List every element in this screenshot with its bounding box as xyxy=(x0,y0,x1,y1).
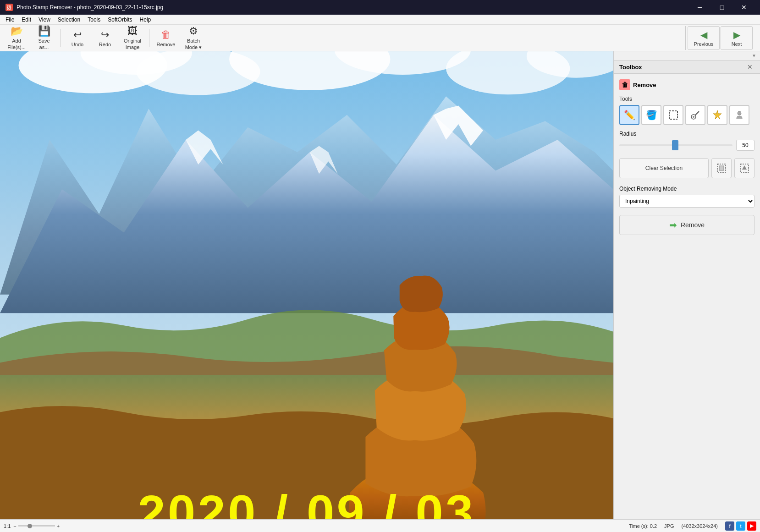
app-icon: 🖼 xyxy=(6,4,13,11)
minimize-button[interactable]: ─ xyxy=(689,0,710,15)
save-selection-icon xyxy=(716,163,727,173)
window-controls: ─ □ ✕ xyxy=(689,0,754,15)
nav-divider xyxy=(685,26,686,50)
save-as-button[interactable]: 💾 Saveas... xyxy=(31,26,57,50)
svg-point-21 xyxy=(738,111,741,115)
toolbar-separator-2 xyxy=(149,29,149,47)
toolbar: 📂 AddFile(s)... 💾 Saveas... ↩ Undo ↪ Red… xyxy=(0,25,760,51)
toolbox-title: Toolbox xyxy=(619,64,642,71)
radius-row: 50 xyxy=(619,140,754,151)
next-icon: ▶ xyxy=(733,29,740,40)
toolbox-nav-area: ▼ xyxy=(614,51,760,60)
zoom-plus-icon: + xyxy=(57,523,60,529)
toolbar-separator-1 xyxy=(61,29,61,47)
radius-slider[interactable] xyxy=(619,144,732,146)
time-label: Time (s): 0.2 xyxy=(629,523,657,529)
main-content: 2020 / 09 / 03 ▼ Toolbox ✕ 🗑 Remove Tool… xyxy=(0,51,760,519)
twitter-icon[interactable]: t xyxy=(736,521,745,531)
auto-icon xyxy=(712,110,723,121)
menu-view[interactable]: View xyxy=(35,16,54,24)
remove-action-button[interactable]: ➡ Remove xyxy=(619,215,754,235)
undo-button[interactable]: ↩ Undo xyxy=(65,26,90,50)
image-canvas: 2020 / 09 / 03 xyxy=(0,51,613,519)
previous-label: Previous xyxy=(694,41,714,47)
remove-action-label: Remove xyxy=(681,221,705,229)
redo-icon: ↪ xyxy=(101,29,109,41)
toolbox-header: Toolbox ✕ xyxy=(614,60,760,74)
tools-label: Tools xyxy=(619,96,754,102)
remove-toolbar-icon: 🗑 xyxy=(161,29,171,41)
batch-mode-button[interactable]: ⚙ BatchMode ▾ xyxy=(181,26,206,50)
menu-help[interactable]: Help xyxy=(136,16,155,24)
menu-selection[interactable]: Selection xyxy=(54,16,84,24)
save-selection-button[interactable] xyxy=(711,158,732,178)
next-button[interactable]: ▶ Next xyxy=(721,26,753,50)
add-files-icon: 📂 xyxy=(11,25,23,37)
undo-icon: ↩ xyxy=(73,29,82,41)
batch-mode-label: BatchMode ▾ xyxy=(185,38,202,50)
status-bar: 1:1 − + Time (s): 0.2 JPG (4032x3024x24)… xyxy=(0,519,760,532)
facebook-icon[interactable]: f xyxy=(725,521,734,531)
tools-row: ✏️ 🪣 xyxy=(619,105,754,125)
menu-softorbits[interactable]: SoftOrbits xyxy=(104,16,136,24)
svg-rect-23 xyxy=(719,166,724,170)
remove-section-title: 🗑 Remove xyxy=(619,79,754,90)
svg-marker-25 xyxy=(742,165,747,170)
toolbox-close-button[interactable]: ✕ xyxy=(745,63,754,71)
save-as-icon: 💾 xyxy=(38,25,50,37)
toolbox-body: 🗑 Remove Tools ✏️ 🪣 xyxy=(614,74,760,519)
magic-wand-icon xyxy=(690,110,701,121)
clone-tool-button[interactable] xyxy=(729,105,749,125)
window-title: Photo Stamp Remover - photo_2020-09-03_2… xyxy=(17,4,163,11)
batch-mode-icon: ⚙ xyxy=(189,25,198,37)
svg-marker-20 xyxy=(713,110,721,119)
remove-toolbar-label: Remove xyxy=(157,42,176,47)
toolbox-panel: ▼ Toolbox ✕ 🗑 Remove Tools ✏️ 🪣 xyxy=(613,51,760,519)
svg-line-18 xyxy=(695,111,699,115)
close-button[interactable]: ✕ xyxy=(733,0,754,15)
brush-tool-button[interactable]: ✏️ xyxy=(619,105,639,125)
format-label: JPG xyxy=(664,523,674,529)
previous-button[interactable]: ◀ Previous xyxy=(688,26,720,50)
magic-wand-button[interactable] xyxy=(685,105,705,125)
landscape-svg: 2020 / 09 / 03 xyxy=(0,51,613,519)
svg-text:2020 / 09 / 03: 2020 / 09 / 03 xyxy=(138,485,476,519)
remove-toolbar-button[interactable]: 🗑 Remove xyxy=(153,26,179,50)
remove-action-arrow-icon: ➡ xyxy=(669,219,677,230)
fill-tool-button[interactable]: 🪣 xyxy=(641,105,661,125)
load-selection-button[interactable] xyxy=(734,158,754,178)
radius-label: Radius xyxy=(619,131,754,137)
svg-point-19 xyxy=(693,116,694,118)
clear-selection-row: Clear Selection xyxy=(619,158,754,178)
dimensions-label: (4032x3024x24) xyxy=(681,523,718,529)
next-label: Next xyxy=(732,41,742,47)
menu-edit[interactable]: Edit xyxy=(18,16,35,24)
nav-area: ◀ Previous ▶ Next xyxy=(684,26,753,50)
maximize-button[interactable]: □ xyxy=(711,0,732,15)
object-mode-select[interactable]: Inpainting Patch Match Content Aware xyxy=(619,195,754,208)
menu-tools[interactable]: Tools xyxy=(84,16,104,24)
add-files-button[interactable]: 📂 AddFile(s)... xyxy=(4,26,29,50)
menu-bar: File Edit View Selection Tools SoftOrbit… xyxy=(0,15,760,25)
original-image-label: OriginalImage xyxy=(124,38,141,50)
zoom-slider[interactable] xyxy=(18,525,55,527)
zoom-minus-icon: − xyxy=(13,523,16,529)
status-right: Time (s): 0.2 JPG (4032x3024x24) f t ▶ xyxy=(629,521,756,531)
undo-label: Undo xyxy=(72,42,83,47)
remove-badge-icon: 🗑 xyxy=(619,79,630,90)
menu-file[interactable]: File xyxy=(2,16,18,24)
redo-button[interactable]: ↪ Redo xyxy=(92,26,118,50)
clone-icon xyxy=(734,110,745,121)
scroll-indicator: ▼ xyxy=(752,53,756,58)
load-selection-icon xyxy=(739,163,749,173)
clear-selection-button[interactable]: Clear Selection xyxy=(619,158,709,178)
remove-section-label: Remove xyxy=(633,82,656,88)
redo-label: Redo xyxy=(99,42,111,47)
radius-value: 50 xyxy=(736,140,754,151)
image-area[interactable]: 2020 / 09 / 03 xyxy=(0,51,613,519)
original-image-button[interactable]: 🖼 OriginalImage xyxy=(120,26,145,50)
youtube-icon[interactable]: ▶ xyxy=(747,521,756,531)
title-bar-left: 🖼 Photo Stamp Remover - photo_2020-09-03… xyxy=(6,4,163,11)
auto-tool-button[interactable] xyxy=(707,105,727,125)
rect-select-button[interactable] xyxy=(663,105,683,125)
